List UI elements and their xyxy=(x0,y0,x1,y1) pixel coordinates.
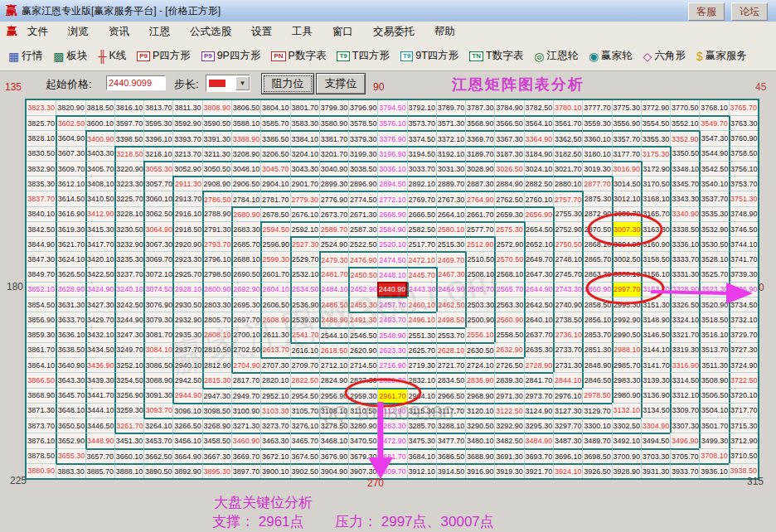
matrix-cell: 2935.30 xyxy=(172,327,201,342)
matrix-cell: 2664.10 xyxy=(436,206,465,221)
toolbar-item-label: 江恩轮 xyxy=(546,49,578,63)
matrix-cell: 2620.90 xyxy=(348,342,377,357)
app-window: 赢 赢家江恩专业版[赢家服务平台] - [价格正方形] 客服论坛 赢 文件浏览资… xyxy=(0,0,776,532)
matrix-cell: 3405.70 xyxy=(85,161,114,176)
matrix-cell: 3192.10 xyxy=(436,146,465,161)
menu-item-news[interactable]: 资讯 xyxy=(109,25,129,39)
matrix-cell: 2544.10 xyxy=(319,327,348,342)
forum-button[interactable]: 论坛 xyxy=(731,2,768,21)
menu-item-formula-stock-picker[interactable]: 公式选股 xyxy=(190,25,231,39)
toolbar-item-t-number-table[interactable]: TNT数字表 xyxy=(469,49,523,63)
menu-item-browse[interactable]: 浏览 xyxy=(68,25,89,39)
matrix-cell: 2880.10 xyxy=(553,176,582,191)
angle-label-135: 135 xyxy=(5,81,22,93)
menu-item-gann[interactable]: 江恩 xyxy=(149,25,170,39)
matrix-cell: 2824.90 xyxy=(319,372,348,387)
matrix-cell: 2743.30 xyxy=(553,282,582,297)
matrix-cell: 3835.30 xyxy=(27,176,56,191)
matrix-cell: 3086.50 xyxy=(143,357,172,372)
matrix-cell: 3847.30 xyxy=(27,251,56,266)
matrix-cell: 3715.30 xyxy=(729,418,758,433)
matrix-cell: 2505.70 xyxy=(465,282,494,297)
toolbar-item-p-number-table[interactable]: PNP数字表 xyxy=(271,49,326,63)
toolbar-item-t-square[interactable]: T9T四方形 xyxy=(337,49,389,63)
matrix-cell: 3652.90 xyxy=(56,433,85,447)
matrix-cell: 3528.10 xyxy=(699,251,728,266)
matrix-cell: 3175.30 xyxy=(641,146,670,161)
matrix-cell: 2517.70 xyxy=(407,236,436,251)
matrix-cell: 3338.50 xyxy=(670,221,699,236)
matrix-cell: 2834.50 xyxy=(436,372,465,387)
menu-item-help[interactable]: 帮助 xyxy=(434,25,455,39)
toolbar-item-winner-service[interactable]: $赢家服务 xyxy=(696,49,747,63)
matrix-cell: 2856.10 xyxy=(582,312,611,326)
toolbar-item-winner-wheel[interactable]: ◉赢家轮 xyxy=(589,49,633,63)
matrix-cell: 3124.90 xyxy=(524,403,553,418)
menu-item-file[interactable]: 文件 xyxy=(27,25,48,39)
matrix-analysis-heading: 江恩矩阵图表分析 xyxy=(452,75,584,94)
menu-item-tools[interactable]: 工具 xyxy=(292,25,313,39)
matrix-cell: 3878.50 xyxy=(27,448,56,463)
matrix-cell: 3849.70 xyxy=(27,267,56,282)
matrix-cell: 3540.10 xyxy=(699,176,728,191)
matrix-cell: 3156.10 xyxy=(641,267,670,282)
toolbar-item-market[interactable]: ▦行情 xyxy=(8,49,42,63)
matrix-cell: 3808.90 xyxy=(202,100,231,115)
matrix-cell: 2728.90 xyxy=(524,357,553,372)
toolbar-item-9p-square[interactable]: P99P四方形 xyxy=(201,49,261,63)
start-price-input[interactable] xyxy=(106,75,166,90)
gann-wheel-icon: ◎ xyxy=(534,51,544,62)
matrix-cell: 3362.50 xyxy=(553,130,582,145)
hexagon-icon: ◇ xyxy=(643,51,652,62)
matrix-cell: 2750.50 xyxy=(553,236,582,251)
matrix-cell: 2587.30 xyxy=(348,221,377,236)
resistance-button[interactable]: 阻力位 xyxy=(261,73,314,94)
menu-item-settings[interactable]: 设置 xyxy=(251,25,272,39)
matrix-cell: 3508.90 xyxy=(699,372,728,387)
matrix-cell: 2560.90 xyxy=(494,312,523,326)
menu-item-window[interactable]: 窗口 xyxy=(332,25,353,39)
matrix-cell: 2707.30 xyxy=(260,357,289,372)
matrix-cell: 2822.50 xyxy=(290,372,319,387)
matrix-cell: 2584.90 xyxy=(377,221,406,236)
matrix-cell: 3804.10 xyxy=(260,100,289,115)
matrix-cell: 2947.30 xyxy=(202,388,231,403)
toolbar-item-hexagon[interactable]: ◇六角形 xyxy=(643,49,686,63)
pressure-level-text: 压力： 2997点、30007点 xyxy=(335,512,494,531)
matrix-cell: 2644.90 xyxy=(524,282,553,297)
matrix-cell: 3379.30 xyxy=(348,130,377,145)
matrix-cell: 3568.90 xyxy=(465,115,494,130)
toolbar-item-label: T数字表 xyxy=(486,49,523,63)
matrix-cell: 3187.30 xyxy=(494,146,523,161)
matrix-cell: 3705.70 xyxy=(670,448,699,463)
matrix-cell: 2688.10 xyxy=(231,251,260,266)
matrix-cell: 3429.70 xyxy=(85,312,114,326)
matrix-cell: 3806.50 xyxy=(231,100,260,115)
matrix-cell: 3456.10 xyxy=(172,433,201,447)
9p-square-icon: P9 xyxy=(201,51,215,61)
matrix-cell: 3698.50 xyxy=(582,448,611,463)
menu-item-trade-entrust[interactable]: 交易委托 xyxy=(373,25,415,39)
matrix-cell: 2860.90 xyxy=(582,282,611,297)
matrix-cell: 3933.70 xyxy=(670,463,699,478)
matrix-cell: 3110.50 xyxy=(348,403,377,418)
chevron-down-icon[interactable]: ▼ xyxy=(235,76,250,90)
matrix-cell: 3684.10 xyxy=(407,448,436,463)
customer-service-button[interactable]: 客服 xyxy=(688,2,725,21)
matrix-cell: 3578.50 xyxy=(348,115,377,130)
matrix-cell: 2596.90 xyxy=(260,236,289,251)
matrix-cell: 3801.70 xyxy=(290,100,319,115)
matrix-cell: 2928.10 xyxy=(172,282,201,297)
step-dropdown[interactable]: ▼ xyxy=(206,75,250,92)
toolbar-item-gann-wheel[interactable]: ◎江恩轮 xyxy=(534,49,578,63)
toolbar-item-9t-square[interactable]: T99T四方形 xyxy=(400,49,458,63)
toolbar-item-p-square[interactable]: P9P四方形 xyxy=(137,49,191,63)
toolbar-item-sectors[interactable]: ▩板块 xyxy=(53,49,87,63)
matrix-cell: 2853.70 xyxy=(582,327,611,342)
support-button[interactable]: 支撑位 xyxy=(316,73,366,94)
matrix-cell: 3357.70 xyxy=(612,130,641,145)
matrix-cell: 3511.30 xyxy=(699,357,728,372)
matrix-cell: 3268.90 xyxy=(202,418,231,433)
toolbar-item-kline[interactable]: ╫K线 xyxy=(98,49,126,63)
matrix-cell: 3372.10 xyxy=(436,130,465,145)
